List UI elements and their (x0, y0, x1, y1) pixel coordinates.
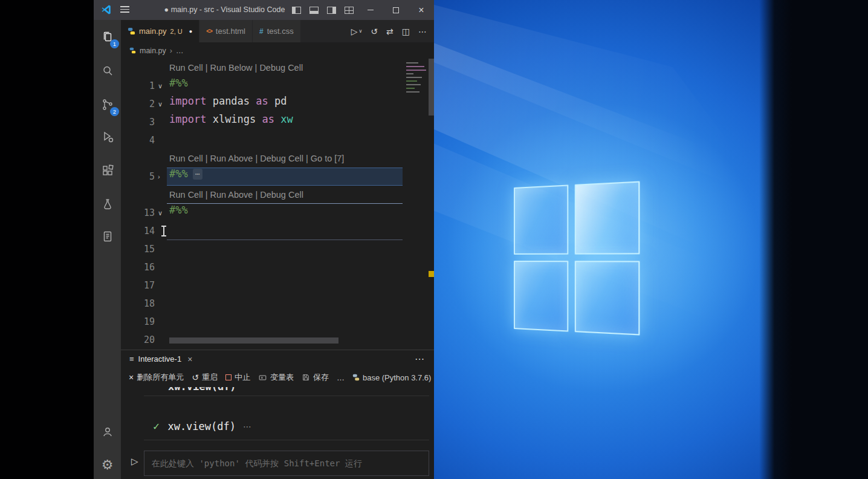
panel-tab-close-icon[interactable]: × (187, 354, 192, 364)
code-line[interactable]: 16 (121, 258, 434, 276)
code-line[interactable]: 15 (121, 240, 434, 258)
sidebar-item-source-control[interactable]: 2 (94, 91, 121, 118)
panel-tab-interactive[interactable]: ≡ Interactive-1 × (129, 350, 192, 368)
scm-badge: 2 (110, 107, 119, 116)
code-token: pandas (213, 95, 256, 107)
line-number[interactable]: 3 (121, 113, 155, 131)
line-number[interactable]: 13 (121, 204, 155, 222)
code-line[interactable]: 3 import xlwings as xw (121, 113, 434, 131)
sidebar-item-explorer[interactable]: 1 (94, 23, 121, 50)
code-line[interactable]: 1 ∨ #%% (121, 77, 434, 95)
settings-button[interactable]: ⚙ (94, 451, 121, 478)
interrupt-label: 中止 (235, 372, 250, 383)
line-number[interactable]: 17 (121, 276, 155, 295)
line-number[interactable]: 20 (121, 331, 155, 349)
code-line[interactable]: 13 ∨ #%% (121, 204, 434, 222)
codelens-row: Run Cell | Run Above | Debug Cell (121, 186, 434, 204)
entry-more-icon[interactable]: ⋯ (243, 422, 251, 431)
panel-tab-label: Interactive-1 (138, 354, 182, 363)
horizontal-scrollbar[interactable] (169, 337, 338, 344)
run-file-button[interactable]: ▷∨ (351, 27, 363, 36)
more-actions-button[interactable]: ⋯ (418, 27, 427, 36)
breadcrumb-more[interactable]: … (176, 47, 184, 55)
account-button[interactable] (94, 418, 121, 445)
titlebar[interactable]: ● main.py - src - Visual Studio Code × (94, 0, 434, 20)
account-icon (100, 425, 115, 439)
minimize-button[interactable] (358, 0, 383, 20)
breadcrumb[interactable]: main.py › … (121, 42, 434, 59)
tab-label: test.css (267, 27, 294, 36)
save-button[interactable]: 保存 (302, 372, 329, 383)
kernel-selector[interactable]: base (Python 3.7.6) (352, 373, 431, 382)
open-changes-button[interactable]: ⇄ (386, 27, 394, 36)
line-number[interactable]: 14 (121, 222, 155, 240)
history-separator (144, 440, 429, 440)
close-button[interactable]: × (409, 0, 434, 20)
folded-code-ellipsis[interactable]: ⋯ (193, 169, 202, 180)
unsaved-dot-icon[interactable]: ● (189, 28, 192, 34)
sidebar-item-search[interactable] (94, 57, 121, 84)
line-number[interactable]: 5 (121, 168, 155, 186)
line-number[interactable]: 19 (121, 313, 155, 331)
success-check-icon: ✓ (152, 421, 160, 432)
code-line-current[interactable]: 5 › #%%⋯ (121, 168, 434, 186)
line-number[interactable]: 4 (121, 131, 155, 149)
overview-ruler-marker (429, 271, 434, 277)
code-token: #%% (169, 168, 188, 180)
customize-layout-icon[interactable] (345, 7, 354, 14)
panel-more-icon[interactable]: ⋯ (415, 350, 424, 368)
interrupt-kernel-button[interactable]: 中止 (225, 372, 250, 383)
toggle-sidebar-icon[interactable] (292, 7, 301, 14)
fold-open-icon[interactable]: ∨ (158, 204, 163, 222)
tab-test-html[interactable]: <> test.html (199, 20, 252, 42)
sidebar-item-extensions[interactable] (94, 157, 121, 184)
fold-closed-icon[interactable]: › (158, 168, 160, 186)
breadcrumb-file[interactable]: main.py (140, 47, 166, 55)
codelens-run-cell-mid[interactable]: Run Cell | Run Above | Debug Cell | Go t… (169, 149, 344, 168)
interactive-input[interactable] (144, 451, 429, 476)
code-line[interactable]: 14 (121, 222, 434, 240)
code-line[interactable]: 19 (121, 313, 434, 331)
split-icon: ◫ (402, 27, 410, 36)
chevron-down-icon: ∨ (358, 28, 362, 34)
split-editor-button[interactable]: ◫ (402, 27, 410, 36)
toolbar-more-button[interactable]: … (337, 373, 345, 382)
vertical-scrollbar[interactable] (429, 59, 434, 116)
codelens-run-cell-top[interactable]: Run Cell | Run Below | Debug Cell (169, 59, 303, 77)
sidebar-item-notebook[interactable] (94, 223, 121, 250)
restart-kernel-button[interactable]: ↺ 重启 (192, 372, 218, 383)
minimap[interactable] (404, 60, 429, 138)
fold-open-icon[interactable]: ∨ (158, 77, 163, 95)
line-number[interactable]: 15 (121, 240, 155, 258)
code-line[interactable]: 18 (121, 295, 434, 313)
code-line[interactable]: 2 ∨ import pandas as pd (121, 95, 434, 113)
line-number[interactable]: 2 (121, 95, 155, 113)
delete-icon: × (129, 373, 134, 382)
sidebar-item-testing[interactable] (94, 191, 121, 218)
sidebar-item-run-debug[interactable] (94, 123, 121, 150)
variable-explorer-button[interactable]: 变量表 (258, 372, 294, 383)
code-editor[interactable]: Run Cell | Run Below | Debug Cell 1 ∨ #%… (121, 59, 434, 350)
vscode-window: ● main.py - src - Visual Studio Code × 1 (94, 0, 434, 479)
line-number[interactable]: 18 (121, 295, 155, 313)
code-line[interactable]: 4 (121, 131, 434, 149)
menu-icon[interactable] (120, 6, 129, 14)
interrupt-square-icon (225, 374, 232, 380)
screen-edge-shadow (759, 0, 868, 479)
line-number[interactable]: 1 (121, 77, 155, 95)
line-number[interactable]: 16 (121, 258, 155, 276)
toggle-panel-icon[interactable] (309, 7, 319, 14)
codelens-run-cell-low[interactable]: Run Cell | Run Above | Debug Cell (169, 186, 303, 204)
delete-all-cells-button[interactable]: × 删除所有单元 (129, 372, 184, 383)
history-entry[interactable]: ✓ xw.view(df) ⋯ (152, 417, 251, 435)
run-input-icon[interactable]: ▷ (131, 456, 138, 467)
code-line[interactable]: 17 (121, 276, 434, 295)
fold-open-icon[interactable]: ∨ (158, 95, 163, 113)
tab-test-css[interactable]: # test.css (253, 20, 300, 42)
tab-main-py[interactable]: main.py 2, U ● (121, 20, 199, 42)
interactive-toolbar: × 删除所有单元 ↺ 重启 中止 变量表 (121, 368, 434, 387)
vscode-logo-icon (101, 4, 112, 15)
view-history-button[interactable]: ↺ (371, 27, 378, 36)
maximize-button[interactable] (383, 0, 409, 20)
toggle-secondary-sidebar-icon[interactable] (327, 7, 336, 14)
